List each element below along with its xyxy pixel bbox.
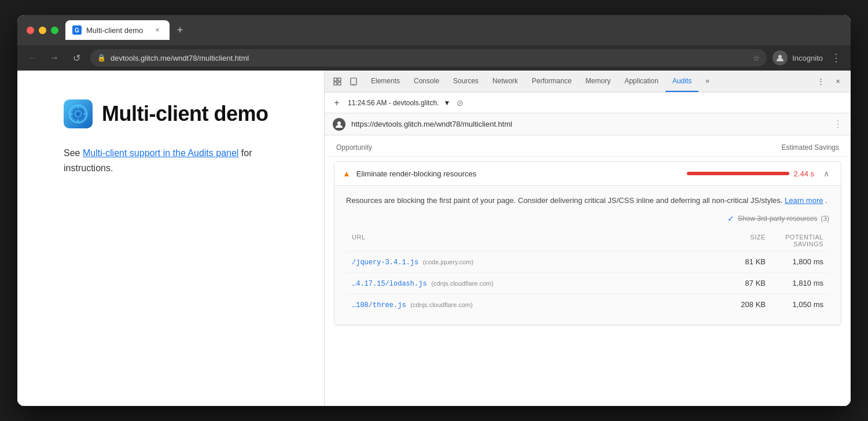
- devtools-close-button[interactable]: ×: [830, 73, 846, 90]
- opportunity-row: ▲ Eliminate render-blocking resources 2.…: [334, 161, 841, 326]
- estimated-savings-label: Estimated Savings: [782, 143, 839, 152]
- devtools-more-button[interactable]: ⋮: [812, 73, 829, 90]
- resource-size-1: 81 KB: [719, 257, 766, 266]
- warning-icon: ▲: [343, 169, 351, 178]
- tab-close-button[interactable]: ×: [152, 25, 163, 35]
- col-size-header: Size: [719, 234, 766, 248]
- traffic-lights: [27, 27, 58, 34]
- page-title: Multi-client demo: [102, 102, 269, 126]
- browser-tab[interactable]: G Multi-client demo ×: [65, 20, 170, 40]
- page-logo: [64, 99, 93, 128]
- forward-button[interactable]: →: [46, 50, 62, 66]
- cursor-icon[interactable]: [329, 73, 345, 90]
- close-window-button[interactable]: [27, 27, 34, 34]
- resource-row: …4.17.15/lodash.js (cdnjs.cloudflare.com…: [346, 272, 829, 294]
- svg-rect-8: [334, 78, 337, 81]
- tab-sources[interactable]: Sources: [446, 71, 486, 92]
- audit-timestamp: 11:24:56 AM - devtools.glitch.: [348, 99, 439, 107]
- tab-title: Multi-client demo: [86, 26, 143, 35]
- page-description: See Multi-client support in the Audits p…: [64, 146, 295, 175]
- show-3rdparty-count: (3): [821, 215, 829, 223]
- tab-bar: G Multi-client demo × +: [65, 20, 841, 40]
- audit-url-bar: https://devtools.glitch.me/wndt78/multic…: [325, 113, 851, 135]
- audit-url-favicon: [333, 118, 345, 131]
- incognito-area: Incognito: [773, 50, 823, 65]
- resource-size-2: 87 KB: [719, 279, 766, 287]
- resource-size-3: 208 KB: [719, 300, 766, 309]
- devtools-toolbar-right: ⋮ ×: [812, 73, 846, 90]
- svg-point-3: [76, 112, 80, 116]
- audit-url-more-button[interactable]: ⋮: [833, 119, 843, 130]
- audit-url-text: https://devtools.glitch.me/wndt78/multic…: [351, 120, 827, 128]
- address-bar: ← → ↺ 🔒 devtools.glitch.me/wndt78/multic…: [17, 45, 851, 71]
- opportunities-header: Opportunity Estimated Savings: [325, 135, 851, 157]
- devtools-toolbar: Elements Console Sources Network Perform…: [325, 71, 851, 93]
- more-tabs-button[interactable]: »: [698, 71, 716, 92]
- url-bar[interactable]: 🔒 devtools.glitch.me/wndt78/multiclient.…: [90, 49, 767, 67]
- svg-rect-9: [338, 78, 341, 81]
- resource-url-1: /jquery-3.4.1.js (code.jquery.com): [352, 257, 719, 267]
- tab-network[interactable]: Network: [486, 71, 525, 92]
- resource-table: URL Size Potential Savings /jquery-3.4.1…: [346, 230, 829, 315]
- opportunity-body: Resources are blocking the first paint o…: [334, 186, 841, 325]
- page-logo-row: Multi-client demo: [64, 99, 295, 128]
- svg-rect-10: [334, 82, 337, 85]
- page-content: Multi-client demo See Multi-client suppo…: [17, 71, 324, 406]
- incognito-label: Incognito: [792, 54, 823, 62]
- tab-elements[interactable]: Elements: [364, 71, 407, 92]
- content-area: Multi-client demo See Multi-client suppo…: [17, 71, 851, 406]
- svg-rect-11: [338, 82, 341, 85]
- tab-console[interactable]: Console: [407, 71, 446, 92]
- audit-content: Opportunity Estimated Savings ▲ Eliminat…: [325, 135, 851, 406]
- tab-memory[interactable]: Memory: [579, 71, 617, 92]
- tab-performance[interactable]: Performance: [525, 71, 579, 92]
- collapse-button[interactable]: ∧: [820, 168, 833, 179]
- tab-favicon: G: [72, 25, 82, 35]
- col-savings-header: Potential Savings: [766, 234, 823, 248]
- devtools-panel: Elements Console Sources Network Perform…: [324, 71, 851, 406]
- title-bar: G Multi-client demo × +: [17, 15, 851, 45]
- audit-dropdown[interactable]: ▼: [443, 99, 450, 107]
- resource-savings-3: 1,050 ms: [766, 300, 823, 309]
- refresh-button[interactable]: ↺: [68, 50, 84, 66]
- svg-rect-12: [351, 78, 356, 85]
- maximize-window-button[interactable]: [51, 27, 58, 34]
- bookmark-icon[interactable]: ☆: [753, 54, 760, 62]
- tab-application[interactable]: Application: [617, 71, 665, 92]
- col-url-header: URL: [352, 234, 719, 248]
- devtools-secondary-bar: + 11:24:56 AM - devtools.glitch. ▼ ⊘: [325, 93, 851, 113]
- resource-row: /jquery-3.4.1.js (code.jquery.com) 81 KB…: [346, 251, 829, 272]
- description-start: See: [64, 148, 83, 158]
- new-tab-button[interactable]: +: [172, 22, 188, 38]
- resource-url-2: …4.17.15/lodash.js (cdnjs.cloudflare.com…: [352, 279, 719, 288]
- resource-table-header: URL Size Potential Savings: [346, 230, 829, 251]
- svg-point-14: [337, 121, 341, 125]
- opportunity-title: Eliminate render-blocking resources: [356, 169, 681, 178]
- url-text: devtools.glitch.me/wndt78/multiclient.ht…: [111, 54, 249, 62]
- savings-bar: [687, 172, 789, 175]
- resource-url-3: …108/three.js (cdnjs.cloudflare.com): [352, 300, 719, 309]
- learn-more-link[interactable]: Learn more: [785, 196, 823, 205]
- browser-window: G Multi-client demo × + ← → ↺ 🔒 devtools…: [17, 15, 851, 406]
- savings-value: 2.44 s: [794, 169, 814, 178]
- opportunity-row-header[interactable]: ▲ Eliminate render-blocking resources 2.…: [334, 162, 841, 186]
- back-button[interactable]: ←: [24, 50, 41, 66]
- resource-savings-2: 1,810 ms: [766, 279, 823, 287]
- lock-icon: 🔒: [97, 54, 106, 62]
- audits-panel-link[interactable]: Multi-client support in the Audits panel: [83, 148, 238, 158]
- opportunity-column-label: Opportunity: [336, 143, 372, 152]
- browser-more-button[interactable]: ⋮: [829, 49, 844, 67]
- add-audit-button[interactable]: +: [330, 97, 343, 109]
- show-3rdparty-row: ✓ Show 3rd-party resources (3): [346, 214, 829, 223]
- show-3rdparty-label: Show 3rd-party resources: [738, 215, 817, 223]
- incognito-avatar: [773, 50, 788, 65]
- device-toggle-icon[interactable]: [345, 73, 362, 90]
- devtools-tabs: Elements Console Sources Network Perform…: [364, 71, 812, 92]
- minimize-window-button[interactable]: [39, 27, 46, 34]
- resource-savings-1: 1,800 ms: [766, 257, 823, 266]
- savings-bar-container: 2.44 s: [687, 169, 814, 178]
- checkbox-icon[interactable]: ✓: [727, 214, 734, 223]
- opportunity-description: Resources are blocking the first paint o…: [346, 195, 829, 207]
- block-network-button[interactable]: ⊘: [455, 98, 465, 108]
- tab-audits[interactable]: Audits: [665, 71, 698, 92]
